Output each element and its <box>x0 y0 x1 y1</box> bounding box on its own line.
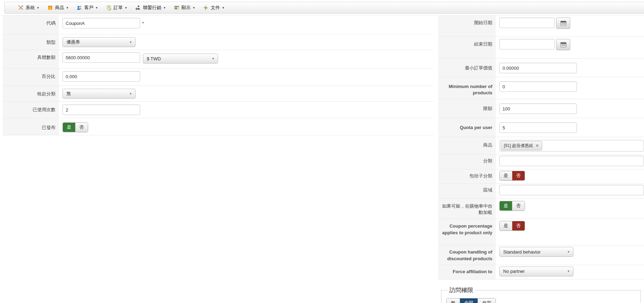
type-select[interactable]: 優惠券 ▼ <box>63 37 136 47</box>
field-row-published: 已發布 是 否 <box>3 118 433 135</box>
min-products-input[interactable] <box>499 81 577 92</box>
menu-item-display[interactable]: 顯示 ▾ <box>170 2 199 13</box>
access-custom-button[interactable]: 自定 <box>478 298 495 303</box>
field-row-tax: 稅款分類 無 ▼ <box>3 86 433 102</box>
field-row-type: 類型 優惠券 ▼ <box>3 34 433 50</box>
access-fieldset: 訪問權限 無 全部 自定 <box>441 286 641 303</box>
discount-handling-select[interactable]: Standard behavior ▼ <box>499 247 573 257</box>
products-chips-input[interactable]: [91] 超值優惠組 ✕ <box>499 140 644 152</box>
quota-per-user-input[interactable] <box>499 122 577 133</box>
chevron-down-icon: ▾ <box>193 6 195 9</box>
menu-item-label: 商品 <box>55 5 64 11</box>
published-no-button[interactable]: 否 <box>75 123 88 132</box>
include-subcategories-toggle: 是 否 <box>499 171 525 181</box>
menu-item-system[interactable]: 系統 ▾ <box>14 2 43 13</box>
currency-select[interactable]: $ TWD ▼ <box>143 54 218 63</box>
field-row-min-order-value: 最小訂單價值 <box>438 59 644 77</box>
field-row-quota: 限額 <box>438 99 644 118</box>
autoload-cart-toggle: 是 否 <box>499 201 525 211</box>
pct-product-only-yes-button[interactable]: 是 <box>500 221 512 230</box>
calendar-icon <box>560 42 566 47</box>
menu-item-label: 文件 <box>211 5 220 11</box>
coupon-main-column: 代碼 * 類型 優惠券 ▼ 具體數額 $ TWD ▼ <box>3 15 433 135</box>
chevron-down-icon: ▾ <box>164 6 165 9</box>
type-select-value: 優惠券 <box>66 39 80 45</box>
quota-input[interactable] <box>499 103 577 114</box>
calendar-icon <box>560 21 566 26</box>
published-yes-button[interactable]: 是 <box>63 123 75 132</box>
access-none-button[interactable]: 無 <box>447 298 460 303</box>
orders-icon <box>106 5 112 11</box>
menu-item-customers[interactable]: 客戶 ▾ <box>72 2 102 13</box>
min-order-value-input[interactable] <box>499 63 577 73</box>
menu-item-documents[interactable]: ? 文件 ▾ <box>199 2 228 13</box>
pct-product-only-toggle: 是 否 <box>499 221 525 231</box>
menu-item-affiliate[interactable]: 8 聯盟行銷 ▾ <box>131 2 170 13</box>
help-circle-icon: ? <box>203 5 209 11</box>
categories-input[interactable] <box>499 156 644 166</box>
access-all-button[interactable]: 全部 <box>460 298 478 303</box>
start-date-calendar-button[interactable] <box>556 18 570 29</box>
tax-select[interactable]: 無 ▼ <box>63 89 136 99</box>
min-products-label: Minimum number of products <box>438 77 496 99</box>
field-row-categories: 分類 <box>438 155 644 169</box>
quota-per-user-label: Quota per user <box>438 118 496 137</box>
affiliate-icon: 8 <box>135 5 141 11</box>
access-button-group: 無 全部 自定 <box>446 298 496 303</box>
menu-item-label: 顯示 <box>182 5 191 11</box>
menu-item-orders[interactable]: 訂單 ▾ <box>102 2 131 13</box>
min-order-value-label: 最小訂單價值 <box>438 59 496 77</box>
field-row-used-count: 已使用次數 <box>3 102 433 118</box>
field-row-quota-per-user: Quota per user <box>438 118 644 137</box>
end-date-calendar-button[interactable] <box>556 39 570 50</box>
product-box-icon <box>47 5 53 11</box>
percent-label: 百分比 <box>3 69 59 86</box>
field-row-percent: 百分比 <box>3 69 433 86</box>
published-toggle: 是 否 <box>63 122 88 132</box>
field-row-code: 代碼 * <box>3 15 433 34</box>
start-date-input[interactable] <box>499 18 555 28</box>
tax-label: 稅款分類 <box>3 86 59 101</box>
quota-label: 限額 <box>438 99 496 118</box>
menu-item-label: 客戶 <box>84 5 93 11</box>
field-row-autoload-cart: 如果可能，在購物車中自動加載 是 否 <box>438 198 644 219</box>
subcategories-yes-button[interactable]: 是 <box>500 171 512 180</box>
menu-item-label: 系統 <box>26 5 35 11</box>
autoload-no-button[interactable]: 否 <box>512 201 525 210</box>
used-count-input[interactable] <box>63 105 140 115</box>
coupon-edit-form: 代碼 * 類型 優惠券 ▼ 具體數額 $ TWD ▼ <box>0 15 644 303</box>
chevron-down-icon: ▾ <box>125 6 127 9</box>
regions-input[interactable] <box>499 185 644 195</box>
published-label: 已發布 <box>3 118 59 135</box>
menu-item-label: 訂單 <box>114 5 123 11</box>
field-row-start-date: 開始日期 <box>438 15 644 37</box>
subcategories-no-button[interactable]: 否 <box>512 171 525 180</box>
pct-product-only-no-button[interactable]: 否 <box>512 221 525 230</box>
top-menubar: 系統 ▾ 商品 ▾ 客戶 ▾ 訂單 ▾ 8 聯盟行銷 ▾ 顯示 ▾ ? 文件 ▾ <box>4 2 644 14</box>
chevron-down-icon: ▾ <box>67 6 68 9</box>
regions-label: 區域 <box>438 184 496 198</box>
code-input[interactable] <box>63 18 140 28</box>
close-icon[interactable]: ✕ <box>535 143 539 148</box>
customers-icon <box>77 5 82 11</box>
display-icon <box>174 5 179 11</box>
percent-input[interactable] <box>63 71 140 82</box>
field-row-min-products: Minimum number of products <box>438 77 644 99</box>
discount-handling-label: Coupon handling of discounted products <box>438 245 496 264</box>
end-date-input[interactable] <box>499 39 555 49</box>
tax-select-value: 無 <box>66 90 71 97</box>
force-affiliation-select[interactable]: No partner ▼ <box>499 267 573 276</box>
used-count-label: 已使用次數 <box>3 102 59 118</box>
chevron-down-icon: ▼ <box>129 41 132 44</box>
field-row-amount: 具體數額 $ TWD ▼ <box>3 50 433 69</box>
menu-item-products[interactable]: 商品 ▾ <box>43 2 73 13</box>
chevron-down-icon: ▼ <box>567 250 570 254</box>
field-row-include-subcategories: 包括子分類 是 否 <box>438 169 644 184</box>
amount-label: 具體數額 <box>3 50 59 68</box>
start-date-label: 開始日期 <box>438 15 496 36</box>
field-row-force-affiliation: Force affiliation to No partner ▼ <box>438 265 644 280</box>
autoload-yes-button[interactable]: 是 <box>500 201 512 210</box>
amount-input[interactable] <box>63 52 140 63</box>
product-chip: [91] 超值優惠組 ✕ <box>501 141 542 150</box>
svg-text:8: 8 <box>136 8 137 10</box>
